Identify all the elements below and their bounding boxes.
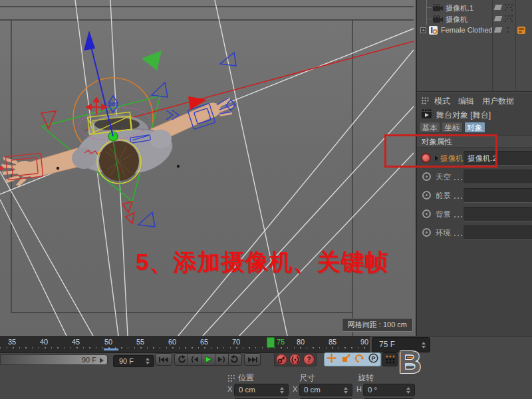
background-link-field[interactable] bbox=[464, 207, 532, 221]
joint-dot bbox=[177, 165, 180, 168]
property-row-sky: 天空 bbox=[417, 168, 532, 186]
tick-label: 45 bbox=[67, 338, 84, 346]
camera-icon bbox=[433, 4, 443, 11]
goto-end-icon bbox=[247, 356, 258, 363]
rotation-h-stepper[interactable] bbox=[406, 387, 411, 394]
previous-key-icon bbox=[177, 355, 186, 364]
play-icon bbox=[204, 356, 212, 363]
record-position-icon bbox=[327, 353, 336, 363]
panel-grip-icon[interactable] bbox=[422, 97, 430, 104]
tree-branch bbox=[426, 7, 432, 8]
position-x-label: X bbox=[227, 385, 232, 393]
green-camera-flag[interactable] bbox=[142, 51, 162, 70]
autokey-icon bbox=[291, 356, 299, 364]
bottom-bar: 35 40 45 50 55 60 65 70 75 80 85 90 75 F… bbox=[0, 336, 532, 399]
viewport-scene bbox=[0, 0, 416, 336]
object-label: 摄像机.1 bbox=[446, 3, 473, 13]
previous-frame-button[interactable] bbox=[188, 354, 201, 365]
visibility-dots-icon[interactable] bbox=[505, 4, 513, 11]
application-window: 网格间距 : 100 cm 5、添加摄像机、关键帧 摄像机.1 bbox=[0, 0, 532, 399]
frame-count-value: 90 F bbox=[119, 357, 134, 365]
layer-icon[interactable] bbox=[494, 27, 503, 33]
attribute-object-row: 舞台对象 [舞台] bbox=[417, 108, 532, 120]
size-x-stepper[interactable] bbox=[344, 387, 348, 394]
rotation-h-value: 0 ° bbox=[368, 386, 377, 394]
tutorial-annotation-rectangle bbox=[384, 134, 497, 168]
next-frame-button[interactable] bbox=[215, 354, 229, 365]
size-header: 尺寸 bbox=[299, 372, 315, 384]
menu-user-data[interactable]: 用户数据 bbox=[482, 96, 514, 107]
help-button[interactable]: ? bbox=[303, 354, 315, 365]
layer-icon[interactable] bbox=[494, 5, 503, 10]
panel-divider[interactable] bbox=[417, 91, 532, 93]
record-parameter-button[interactable]: P bbox=[368, 353, 378, 366]
expand-icon[interactable]: + bbox=[420, 27, 426, 33]
tab-coordinates[interactable]: 坐标 bbox=[442, 122, 463, 133]
rotation-h-field[interactable]: 0 ° bbox=[363, 384, 415, 396]
range-handle-icon[interactable] bbox=[100, 358, 104, 363]
current-frame-value: 75 F bbox=[379, 340, 395, 349]
current-frame-label: 75 bbox=[277, 338, 290, 346]
record-scale-icon bbox=[341, 354, 350, 363]
visibility-dots-icon[interactable] bbox=[506, 27, 514, 34]
keyframe-circle-icon[interactable] bbox=[422, 172, 431, 181]
right-panel: 摄像机.1 摄像机 bbox=[416, 0, 532, 336]
position-x-field[interactable]: 0 cm bbox=[234, 384, 289, 396]
record-rotation-button[interactable] bbox=[354, 354, 364, 366]
menu-mode[interactable]: 模式 bbox=[434, 96, 450, 107]
timeline-ruler[interactable]: 35 40 45 50 55 60 65 70 75 80 85 90 bbox=[0, 336, 370, 353]
playhead[interactable] bbox=[267, 337, 275, 348]
object-label: Female Clothed bbox=[441, 26, 493, 34]
position-x-value: 0 cm bbox=[239, 386, 255, 394]
viewport-top-view[interactable]: 网格间距 : 100 cm 5、添加摄像机、关键帧 bbox=[0, 0, 416, 336]
tick-label: 70 bbox=[227, 338, 245, 346]
position-x-stepper[interactable] bbox=[280, 387, 285, 394]
goto-end-button[interactable] bbox=[244, 353, 261, 366]
frame-count-stepper[interactable] bbox=[146, 358, 150, 364]
environment-link-field[interactable] bbox=[464, 225, 532, 240]
previous-frame-icon bbox=[190, 356, 199, 363]
keyframe-circle-icon[interactable] bbox=[422, 228, 431, 237]
foreground-link-field[interactable] bbox=[464, 188, 532, 203]
visibility-dots-icon[interactable] bbox=[505, 15, 513, 22]
stage-object-icon bbox=[422, 109, 432, 119]
coords-grip-icon[interactable] bbox=[227, 374, 235, 382]
goto-start-button[interactable] bbox=[155, 353, 172, 366]
object-label: 摄像机 bbox=[446, 15, 467, 25]
size-x-field[interactable]: 0 cm bbox=[299, 384, 352, 396]
record-keyframe-button[interactable] bbox=[276, 354, 287, 365]
selected-object-title: 舞台对象 [舞台] bbox=[436, 110, 491, 121]
autokey-button[interactable] bbox=[289, 354, 301, 365]
previous-key-button[interactable] bbox=[175, 354, 188, 365]
joint-dot bbox=[57, 167, 59, 170]
tick-label: 85 bbox=[324, 338, 341, 346]
minor-ticks bbox=[0, 347, 370, 348]
attribute-manager-menu: 模式 编辑 用户数据 bbox=[417, 94, 532, 106]
property-row-environment: 环境 bbox=[417, 223, 532, 242]
layer-icon[interactable] bbox=[494, 16, 503, 21]
next-key-button[interactable] bbox=[229, 354, 241, 365]
record-keyframe-icon bbox=[277, 356, 285, 364]
frame-stepper[interactable] bbox=[422, 342, 426, 348]
timeline-range-slider[interactable]: 90 F bbox=[0, 354, 108, 365]
rotation-header: 旋转 bbox=[358, 372, 374, 384]
keying-group: ? bbox=[274, 352, 317, 366]
frame-count-field[interactable]: 90 F bbox=[113, 355, 154, 367]
character-head[interactable] bbox=[99, 141, 139, 181]
tick-label: 35 bbox=[3, 338, 21, 346]
record-position-button[interactable] bbox=[327, 353, 336, 366]
play-button[interactable] bbox=[201, 354, 215, 365]
sky-link-field[interactable] bbox=[464, 170, 532, 184]
tab-object[interactable]: 对象 bbox=[464, 122, 485, 133]
material-tag-icon[interactable] bbox=[517, 26, 526, 35]
property-label: 背景 bbox=[436, 209, 451, 219]
point-level-animation-button[interactable] bbox=[382, 352, 398, 366]
tab-basic[interactable]: 基本 bbox=[419, 122, 440, 133]
menu-edit[interactable]: 编辑 bbox=[458, 96, 474, 107]
property-row-foreground: 前景 bbox=[417, 186, 532, 205]
record-scale-button[interactable] bbox=[341, 354, 350, 366]
keyframe-circle-icon[interactable] bbox=[422, 209, 431, 218]
keyframe-circle-icon[interactable] bbox=[422, 191, 431, 200]
preview-range-marker bbox=[104, 348, 118, 350]
scene-edge-lines bbox=[0, 7, 414, 336]
